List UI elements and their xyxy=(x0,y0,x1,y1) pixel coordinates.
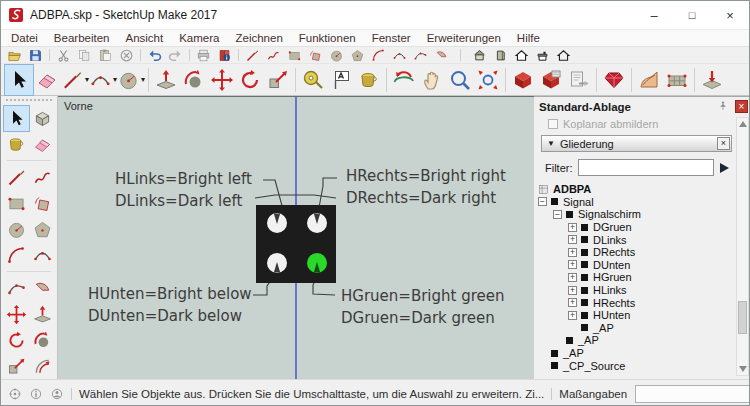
credits-icon[interactable] xyxy=(29,387,43,401)
cut-tool-button[interactable] xyxy=(53,47,74,63)
tree-item-HGruen[interactable]: +HGruen xyxy=(534,271,750,284)
annotation-dunten[interactable]: DUnten=Dark below xyxy=(88,307,242,325)
redo-tool-button[interactable] xyxy=(165,47,186,63)
orbit-tool-button[interactable] xyxy=(390,65,418,95)
circle-tool-button[interactable]: ▾ xyxy=(117,65,145,95)
push-pull-tool-button[interactable] xyxy=(152,65,180,95)
tree-item-_AP[interactable]: _AP xyxy=(534,322,750,335)
tree-item-DRechts[interactable]: +DRechts xyxy=(534,246,750,259)
toolbar-grip[interactable] xyxy=(6,99,52,103)
menu-item-hilfe[interactable]: Hilfe xyxy=(509,32,548,44)
scale-tool-button[interactable] xyxy=(264,65,292,95)
scroll-down-icon[interactable] xyxy=(739,366,747,372)
circle-tool-button[interactable] xyxy=(4,217,29,242)
view-side-tool-button[interactable] xyxy=(490,47,511,63)
make-component-tool-button[interactable] xyxy=(30,106,55,131)
menu-item-funktionen[interactable]: Funktionen xyxy=(291,32,364,44)
rotated-rectangle-tool-button[interactable] xyxy=(305,47,326,63)
3-point-arc-tool-button[interactable] xyxy=(410,47,431,63)
smoove-tool-button[interactable] xyxy=(698,65,726,95)
user-icon[interactable] xyxy=(50,387,64,401)
tree-item-_AP[interactable]: _AP xyxy=(534,347,750,360)
annotation-hrechts[interactable]: HRechts=Bright right xyxy=(346,167,506,185)
follow-me-tool-button[interactable] xyxy=(30,328,55,353)
follow-me-tool-button[interactable] xyxy=(180,65,208,95)
annotation-dlinks[interactable]: DLinks=Dark left xyxy=(115,192,242,210)
offset-tool-button[interactable] xyxy=(30,354,55,379)
arc-tool-button[interactable] xyxy=(4,243,29,268)
component-attributes-tool-button[interactable] xyxy=(537,65,565,95)
geolocation-icon[interactable] xyxy=(8,387,22,401)
panel-scrollbar[interactable] xyxy=(736,117,749,376)
delete-tool-button[interactable] xyxy=(116,47,137,63)
ruby-console-tool-button[interactable] xyxy=(600,65,628,95)
pan-tool-button[interactable] xyxy=(418,65,446,95)
line-tool-button[interactable] xyxy=(242,47,263,63)
collapse-triangle-icon[interactable]: ▼ xyxy=(547,139,555,148)
tree-item-HRechts[interactable]: +HRechts xyxy=(534,296,750,309)
tree-item-DLinks[interactable]: +DLinks xyxy=(534,233,750,246)
tray-close-button[interactable]: × xyxy=(735,100,748,113)
model-info-tool-button[interactable] xyxy=(214,47,235,63)
paste-tool-button[interactable] xyxy=(95,47,116,63)
generate-report-tool-button[interactable] xyxy=(565,65,593,95)
eraser-tool-button[interactable] xyxy=(30,132,55,157)
paint-bucket-tool-button[interactable] xyxy=(4,132,29,157)
view-iso-tool-button[interactable] xyxy=(469,47,490,63)
sandbox-from-scratch-tool-button[interactable] xyxy=(663,65,691,95)
minimize-button[interactable]: – xyxy=(635,1,673,29)
paint-bucket-tool-button[interactable] xyxy=(355,65,383,95)
open-tool-button[interactable] xyxy=(4,47,25,63)
menu-item-ansicht[interactable]: Ansicht xyxy=(117,32,171,44)
tree-expand-toggle[interactable]: + xyxy=(568,223,577,232)
push-pull-tool-button[interactable] xyxy=(30,302,55,327)
tree-expand-toggle[interactable]: + xyxy=(568,273,577,282)
menu-item-bearbeiten[interactable]: Bearbeiten xyxy=(46,32,118,44)
2-point-arc-tool-button[interactable] xyxy=(30,243,55,268)
maximize-button[interactable]: □ xyxy=(673,1,711,29)
annotation-hunten[interactable]: HUnten=Bright below xyxy=(88,285,252,303)
filter-input[interactable] xyxy=(578,159,714,176)
view-back-tool-button[interactable] xyxy=(532,47,553,63)
line-tool-button[interactable]: ▾ xyxy=(61,65,89,95)
scrollbar-thumb[interactable] xyxy=(738,301,747,334)
tree-collapse-toggle[interactable]: − xyxy=(538,197,547,206)
tree-collapse-toggle[interactable]: − xyxy=(553,210,562,219)
tree-expand-toggle[interactable]: + xyxy=(568,235,577,244)
scale-tool-button[interactable] xyxy=(4,354,29,379)
menu-item-zeichnen[interactable]: Zeichnen xyxy=(227,32,290,44)
tree-item-ADBPA[interactable]: ADBPA xyxy=(534,183,750,196)
copy-tool-button[interactable] xyxy=(74,47,95,63)
select-tool-button[interactable] xyxy=(5,65,33,95)
component-options-tool-button[interactable] xyxy=(509,65,537,95)
tree-expand-toggle[interactable]: + xyxy=(568,298,577,307)
zoom-extents-tool-button[interactable] xyxy=(474,65,502,95)
circle-tool-button[interactable] xyxy=(326,47,347,63)
annotation-hlinks[interactable]: HLinks=Bright left xyxy=(115,170,252,188)
rotate-tool-button[interactable] xyxy=(4,328,29,353)
tree-expand-toggle[interactable]: + xyxy=(568,286,577,295)
tree-item-DUnten[interactable]: +DUnten xyxy=(534,259,750,272)
freehand-tool-button[interactable] xyxy=(263,47,284,63)
zoom-tool-button[interactable] xyxy=(446,65,474,95)
eraser-tool-button[interactable] xyxy=(33,65,61,95)
line-tool-button[interactable] xyxy=(4,165,29,190)
move-tool-button[interactable] xyxy=(208,65,236,95)
measurements-input[interactable] xyxy=(635,385,750,403)
drawing-canvas[interactable]: Vorne HLinks=Bright leftDLinks=Dark left… xyxy=(58,96,534,379)
annotation-hgruen[interactable]: HGruen=Bright green xyxy=(341,287,505,305)
tree-item-HLinks[interactable]: +HLinks xyxy=(534,284,750,297)
tree-item-Signalschirm[interactable]: −Signalschirm xyxy=(534,208,750,221)
rectangle-tool-button[interactable] xyxy=(284,47,305,63)
2-point-arc-tool-button[interactable] xyxy=(389,47,410,63)
tree-item-DGruen[interactable]: +DGruen xyxy=(534,221,750,234)
polygon-tool-button[interactable] xyxy=(30,217,55,242)
rotated-rectangle-tool-button[interactable] xyxy=(30,191,55,216)
tree-expand-toggle[interactable]: + xyxy=(568,260,577,269)
chevron-down-icon[interactable]: ▾ xyxy=(141,75,145,84)
tape-measure-tool-button[interactable] xyxy=(299,65,327,95)
tree-expand-toggle[interactable]: + xyxy=(568,311,577,320)
rotate-tool-button[interactable] xyxy=(236,65,264,95)
outliner-section-header[interactable]: ▼ Gliederung × xyxy=(541,135,732,152)
print-tool-button[interactable] xyxy=(193,47,214,63)
